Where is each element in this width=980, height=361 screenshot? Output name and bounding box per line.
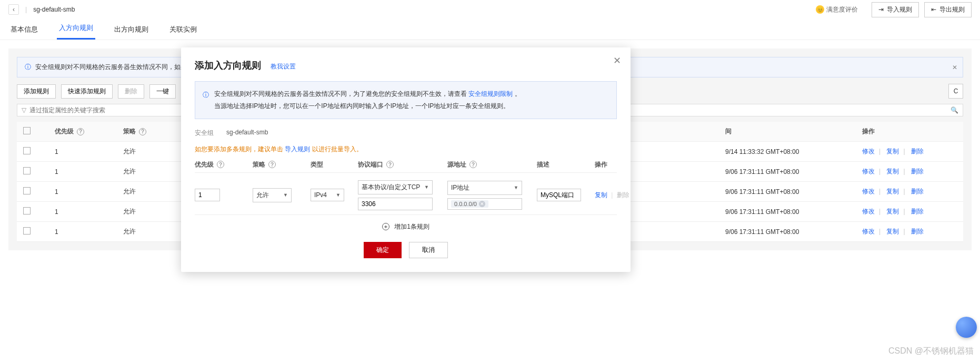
modify-link[interactable]: 修改 (862, 168, 875, 175)
search-icon[interactable]: 🔍 (951, 106, 958, 114)
cell-time: 9/06 17:31:11 GMT+08:00 (725, 208, 862, 216)
modal-footer: 确定 取消 (195, 242, 617, 258)
chevron-down-icon: ▼ (283, 192, 288, 198)
col-ops: 操作 (862, 127, 957, 136)
import-rules-button[interactable]: ⇥ 导入规则 (872, 2, 919, 17)
delete-link[interactable]: 删除 (911, 148, 924, 155)
import-icon: ⇥ (878, 6, 884, 13)
select-all-checkbox[interactable] (23, 127, 31, 134)
modify-link[interactable]: 修改 (862, 228, 875, 235)
info-icon: ⓘ (203, 89, 209, 112)
modify-link[interactable]: 修改 (862, 188, 875, 195)
help-icon[interactable]: ? (77, 128, 84, 135)
row-actions: 修改| 复制| 删除 (862, 187, 957, 196)
tab-outbound-rules[interactable]: 出方向规则 (112, 25, 151, 40)
delete-row-link[interactable]: 删除 (617, 191, 629, 199)
alert-text-2: 当源地址选择IP地址时，您可以在一个IP地址框内同时输入多个IP地址，一个IP地… (214, 100, 521, 112)
modal-alert: ⓘ 安全组规则对不同规格的云服务器生效情况不同，为了避免您的安全组规则不生效，请… (195, 81, 617, 119)
security-group-row: 安全组 sg-default-smb (195, 129, 617, 138)
sg-value: sg-default-smb (226, 129, 268, 138)
tab-associate-instances[interactable]: 关联实例 (167, 25, 199, 40)
delete-button[interactable]: 删除 (118, 84, 144, 99)
page-title: sg-default-smb (33, 6, 75, 13)
separator: | (25, 6, 27, 13)
form-row: 允许▼ IPv4▼ 基本协议/自定义TCP▼ IP地址▼ 0.0.0.0/0 ✕… (195, 173, 617, 215)
filter-icon: ▽ (22, 106, 26, 114)
source-mode-select[interactable]: IP地址▼ (447, 181, 522, 195)
port-input[interactable] (358, 198, 433, 210)
add-rule-button[interactable]: 添加规则 (17, 84, 56, 99)
help-icon[interactable]: ? (217, 161, 224, 168)
col-priority: 优先级? (55, 127, 123, 136)
cancel-button[interactable]: 取消 (409, 242, 448, 258)
export-rules-button[interactable]: ⇤ 导出规则 (924, 2, 972, 17)
cell-time: 9/06 17:31:11 GMT+08:00 (725, 228, 862, 236)
close-icon[interactable]: ✕ (952, 64, 957, 71)
info-icon: ⓘ (25, 63, 31, 72)
cell-priority: 1 (55, 168, 123, 175)
quick-add-rule-button[interactable]: 快速添加规则 (61, 84, 113, 99)
add-inbound-rule-modal: ✕ 添加入方向规则 教我设置 ⓘ 安全组规则对不同规格的云服务器生效情况不同，为… (181, 47, 631, 272)
ok-button[interactable]: 确定 (364, 242, 402, 258)
strategy-select[interactable]: 允许▼ (253, 188, 292, 202)
row-actions: 修改| 复制| 删除 (862, 227, 957, 236)
copy-link[interactable]: 复制 (886, 188, 899, 195)
tab-basic-info[interactable]: 基本信息 (8, 25, 40, 40)
chevron-down-icon: ▼ (424, 184, 429, 190)
delete-link[interactable]: 删除 (911, 208, 924, 215)
sg-rule-limits-link[interactable]: 安全组规则限制 (468, 90, 513, 97)
add-one-more-rule[interactable]: + 增加1条规则 (195, 215, 617, 235)
export-icon: ⇤ (931, 6, 936, 13)
oneclick-button[interactable]: 一键 (149, 84, 176, 99)
protocol-select[interactable]: 基本协议/自定义TCP▼ (358, 180, 433, 194)
copy-link[interactable]: 复制 (886, 208, 899, 215)
row-checkbox[interactable] (23, 207, 31, 214)
modal-title: 添加入方向规则 (195, 59, 261, 72)
rating-label: 满意度评价 (826, 5, 858, 14)
row-checkbox[interactable] (23, 227, 31, 235)
remove-chip-icon[interactable]: ✕ (479, 201, 485, 207)
import-rules-link[interactable]: 导入规则 (285, 145, 310, 153)
smile-icon: 😊 (816, 5, 824, 14)
assistant-ball[interactable] (956, 317, 977, 338)
help-icon[interactable]: ? (268, 161, 276, 168)
description-input[interactable] (537, 189, 581, 201)
tab-inbound-rules[interactable]: 入方向规则 (57, 23, 95, 40)
alert-text-1b: 。 (515, 90, 521, 97)
chevron-down-icon: ▼ (336, 192, 341, 198)
row-checkbox[interactable] (23, 147, 31, 154)
delete-link[interactable]: 删除 (911, 168, 924, 175)
copy-row-link[interactable]: 复制 (595, 191, 607, 199)
teach-me-link[interactable]: 教我设置 (271, 62, 296, 71)
rating-link[interactable]: 😊 满意度评价 (816, 5, 858, 14)
help-icon[interactable]: ? (386, 161, 394, 168)
type-select[interactable]: IPv4▼ (311, 189, 344, 201)
row-checkbox[interactable] (23, 187, 31, 194)
refresh-button[interactable]: C (948, 84, 963, 99)
help-icon[interactable]: ? (469, 161, 477, 168)
form-header: 优先级? 策略? 类型 协议端口? 源地址? 描述 操作 (195, 154, 617, 173)
watermark: CSDN @不锈钢机器猫 (888, 346, 974, 357)
priority-input[interactable] (195, 189, 220, 201)
cell-priority: 1 (55, 188, 123, 196)
cell-time: 9/06 17:31:11 GMT+08:00 (725, 188, 862, 196)
close-icon[interactable]: ✕ (613, 55, 621, 66)
delete-link[interactable]: 删除 (911, 188, 924, 195)
sg-label: 安全组 (195, 129, 214, 138)
import-tip: 如您要添加多条规则，建议单击 导入规则 以进行批量导入。 (195, 145, 617, 154)
cell-time: 9/14 11:33:32 GMT+08:00 (725, 148, 862, 155)
help-icon[interactable]: ? (139, 128, 146, 135)
chevron-down-icon: ▼ (514, 185, 518, 190)
delete-link[interactable]: 删除 (911, 228, 924, 235)
back-button[interactable]: ‹ (8, 4, 19, 15)
cell-priority: 1 (55, 228, 123, 236)
source-ip-input[interactable]: 0.0.0.0/0 ✕ (447, 198, 522, 210)
copy-link[interactable]: 复制 (886, 228, 899, 235)
modify-link[interactable]: 修改 (862, 148, 875, 155)
copy-link[interactable]: 复制 (886, 168, 899, 175)
ip-chip: 0.0.0.0/0 ✕ (451, 200, 488, 208)
modify-link[interactable]: 修改 (862, 208, 875, 215)
copy-link[interactable]: 复制 (886, 148, 899, 155)
row-checkbox[interactable] (23, 167, 31, 174)
topbar: ‹ | sg-default-smb 😊 满意度评价 ⇥ 导入规则 ⇤ 导出规则 (0, 0, 980, 19)
